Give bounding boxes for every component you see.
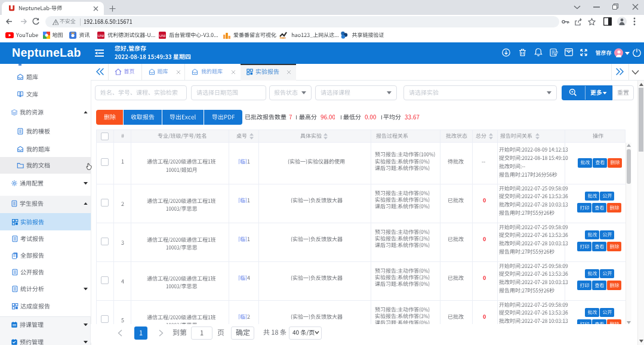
- svg-text:UNI: UNI: [159, 34, 166, 38]
- svg-text:hao: hao: [280, 36, 286, 39]
- svg-text:UNI: UNI: [98, 34, 104, 38]
